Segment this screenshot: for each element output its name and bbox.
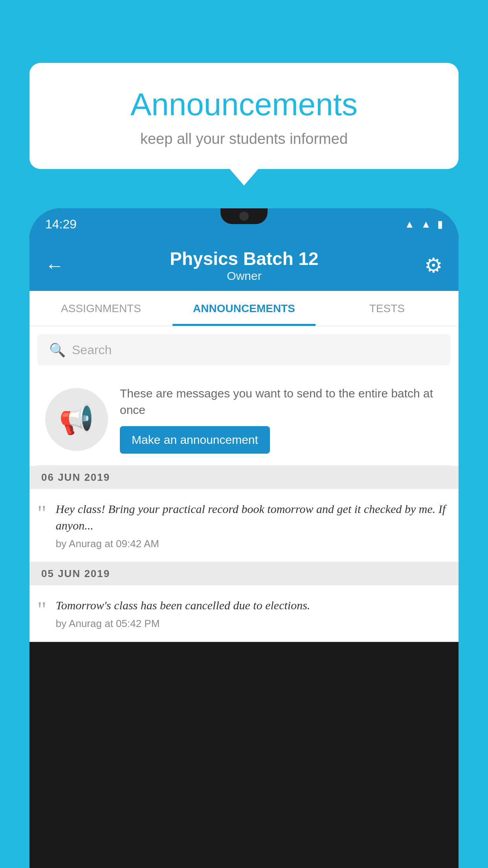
header-center: Physics Batch 12 Owner: [170, 248, 318, 283]
phone-frame: 14:29 ▲ ▲ ▮ ← Physics Batch 12 Owner ⚙ A…: [29, 208, 459, 868]
search-placeholder: Search: [72, 343, 112, 357]
announcement-text-1: Hey class! Bring your practical record b…: [56, 501, 451, 550]
announcement-text-2: Tomorrow's class has been cancelled due …: [56, 597, 451, 630]
tab-tests[interactable]: TESTS: [316, 291, 459, 326]
app-header: ← Physics Batch 12 Owner ⚙: [29, 240, 459, 291]
tab-bar: ASSIGNMENTS ANNOUNCEMENTS TESTS: [29, 291, 459, 326]
search-bar[interactable]: 🔍 Search: [37, 334, 451, 366]
announcement-item-2: " Tomorrow's class has been cancelled du…: [29, 585, 459, 642]
search-icon: 🔍: [49, 342, 66, 358]
status-time: 14:29: [45, 217, 77, 232]
wifi-icon: ▲: [405, 218, 415, 230]
status-bar: 14:29 ▲ ▲ ▮: [29, 208, 459, 240]
promo-card: 📢 These are messages you want to send to…: [37, 373, 451, 466]
date-separator-1: 06 JUN 2019: [29, 466, 459, 489]
announcement-message-1: Hey class! Bring your practical record b…: [56, 501, 451, 534]
bubble-subtitle: keep all your students informed: [49, 131, 439, 147]
quote-icon-1: ": [37, 502, 46, 524]
megaphone-circle: 📢: [45, 388, 108, 451]
status-icons: ▲ ▲ ▮: [405, 218, 443, 230]
quote-icon-2: ": [37, 599, 46, 621]
bubble-title: Announcements: [49, 86, 439, 123]
announcement-message-2: Tomorrow's class has been cancelled due …: [56, 597, 451, 614]
announcement-author-2: by Anurag at 05:42 PM: [56, 618, 451, 630]
announcement-item-1: " Hey class! Bring your practical record…: [29, 489, 459, 562]
notch: [220, 208, 268, 224]
battery-icon: ▮: [437, 218, 443, 230]
signal-icon: ▲: [421, 218, 431, 230]
tab-assignments[interactable]: ASSIGNMENTS: [29, 291, 172, 326]
announcement-author-1: by Anurag at 09:42 AM: [56, 538, 451, 550]
phone-content: 🔍 Search 📢 These are messages you want t…: [29, 326, 459, 642]
speech-bubble-card: Announcements keep all your students inf…: [29, 63, 459, 169]
batch-title: Physics Batch 12: [170, 248, 318, 269]
settings-icon[interactable]: ⚙: [424, 254, 443, 277]
camera-dot: [239, 211, 249, 221]
megaphone-icon: 📢: [59, 403, 94, 436]
tab-announcements[interactable]: ANNOUNCEMENTS: [172, 291, 316, 326]
owner-label: Owner: [170, 269, 318, 283]
promo-description: These are messages you want to send to t…: [120, 385, 443, 418]
date-separator-2: 05 JUN 2019: [29, 562, 459, 585]
promo-right: These are messages you want to send to t…: [120, 385, 443, 454]
make-announcement-button[interactable]: Make an announcement: [120, 426, 270, 454]
back-button[interactable]: ←: [45, 255, 64, 276]
